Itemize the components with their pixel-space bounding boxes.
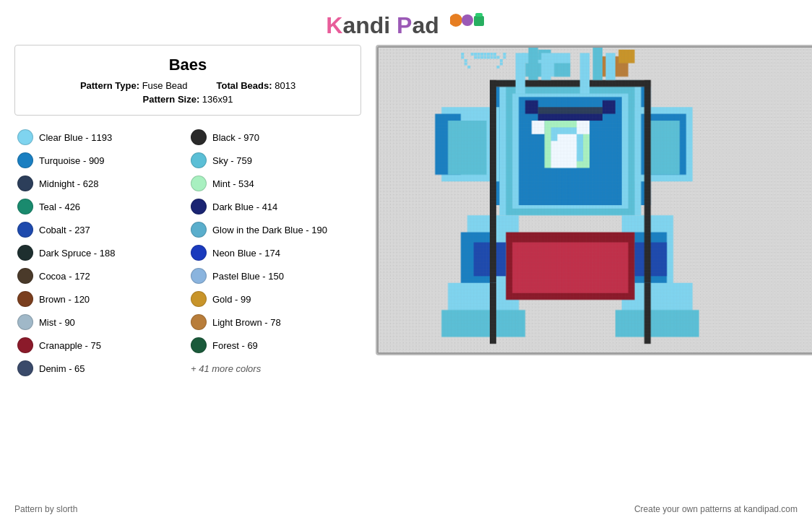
color-swatch: [17, 129, 33, 145]
more-colors: + 41 more colors: [188, 357, 361, 380]
color-swatch: [191, 199, 207, 214]
color-swatch: [17, 245, 33, 261]
main-container: Baes Pattern Type: Fuse Bead Total Beads…: [0, 45, 812, 380]
color-label: Cranapple - 75: [39, 340, 101, 351]
logo-andi: andi: [342, 12, 397, 38]
color-label: Dark Spruce - 188: [39, 248, 116, 259]
color-label: Sky - 759: [212, 155, 252, 166]
color-label: Glow in the Dark Blue - 190: [212, 225, 327, 235]
color-item: Light Brown - 78: [188, 311, 361, 334]
color-item: Turquoise - 909: [14, 149, 188, 172]
color-label: Forest - 69: [212, 340, 258, 351]
color-swatch: [17, 314, 33, 330]
color-swatch: [17, 291, 33, 307]
pattern-image-container: [376, 45, 812, 355]
logo-p: P: [397, 12, 412, 38]
footer-left: Pattern by slorth: [14, 504, 77, 514]
color-item: Neon Blue - 174: [188, 241, 361, 264]
pattern-info-box: Baes Pattern Type: Fuse Bead Total Beads…: [14, 45, 361, 116]
color-label: Mist - 90: [39, 317, 75, 328]
color-item: Clear Blue - 1193: [14, 126, 188, 149]
color-swatch: [17, 268, 33, 284]
color-label: Pastel Blue - 150: [212, 271, 284, 282]
pattern-beads: Total Beads: 8013: [217, 80, 296, 91]
color-label: Black - 970: [212, 132, 259, 143]
color-label: Midnight - 628: [39, 178, 98, 189]
color-swatch: [17, 222, 33, 238]
color-item: Brown - 120: [14, 287, 188, 311]
color-item: Dark Spruce - 188: [14, 241, 188, 264]
left-panel: Baes Pattern Type: Fuse Bead Total Beads…: [14, 45, 361, 380]
pattern-beads-label: Total Beads:: [217, 80, 272, 91]
pattern-size: Pattern Size: 136x91: [142, 94, 233, 105]
color-item: Pastel Blue - 150: [188, 264, 361, 287]
color-swatch: [17, 360, 33, 376]
color-label: Turquoise - 909: [39, 155, 105, 166]
footer: Pattern by slorth Create your own patter…: [0, 504, 812, 514]
logo-icons: [450, 7, 486, 33]
pattern-type-label: Pattern Type:: [80, 80, 139, 91]
color-swatch: [191, 245, 207, 261]
color-item: Cranapple - 75: [14, 334, 188, 357]
pattern-size-row: Pattern Size: 136x91: [30, 94, 346, 105]
color-item: Dark Blue - 414: [188, 195, 361, 218]
pattern-beads-value: 8013: [275, 80, 295, 91]
color-label: Teal - 426: [39, 202, 80, 212]
color-label: Mint - 534: [212, 178, 254, 189]
color-swatch: [191, 337, 207, 353]
pattern-type: Pattern Type: Fuse Bead: [80, 80, 188, 91]
svg-rect-2: [474, 16, 484, 26]
color-label: Cocoa - 172: [39, 271, 90, 282]
pattern-canvas: [377, 46, 812, 354]
color-swatch: [191, 314, 207, 330]
color-label: Cobalt - 237: [39, 225, 90, 235]
color-item: Black - 970: [188, 126, 361, 149]
header: Kandi Pad: [0, 0, 812, 45]
color-label: Dark Blue - 414: [212, 202, 277, 212]
color-swatch: [191, 129, 207, 145]
svg-point-0: [450, 14, 462, 27]
color-swatch: [191, 176, 207, 191]
footer-right: Create your own patterns at kandipad.com: [634, 504, 798, 514]
pattern-title: Baes: [30, 56, 346, 74]
color-item: Glow in the Dark Blue - 190: [188, 218, 361, 241]
logo-candy-svg: [450, 7, 486, 33]
pattern-meta: Pattern Type: Fuse Bead Total Beads: 801…: [30, 80, 346, 91]
color-swatch: [17, 152, 33, 168]
color-swatch: [191, 152, 207, 168]
color-grid: Clear Blue - 1193Black - 970Turquoise - …: [14, 126, 361, 380]
color-item: Cobalt - 237: [14, 218, 188, 241]
color-item: Forest - 69: [188, 334, 361, 357]
color-item: Cocoa - 172: [14, 264, 188, 287]
logo-ad: ad: [412, 12, 439, 38]
color-swatch: [17, 199, 33, 214]
color-label: Light Brown - 78: [212, 317, 281, 328]
color-label: Clear Blue - 1193: [39, 132, 112, 143]
color-label: Gold - 99: [212, 294, 251, 305]
pattern-size-label: Pattern Size:: [142, 94, 199, 105]
color-swatch: [17, 337, 33, 353]
right-panel: [376, 45, 812, 380]
color-swatch: [191, 268, 207, 284]
pattern-size-value: 136x91: [202, 94, 233, 105]
color-item: Mint - 534: [188, 172, 361, 195]
color-item: Mist - 90: [14, 311, 188, 334]
svg-rect-3: [475, 13, 483, 17]
logo: Kandi Pad: [326, 7, 485, 39]
color-swatch: [17, 176, 33, 191]
color-label: Brown - 120: [39, 294, 90, 305]
color-swatch: [191, 222, 207, 238]
pattern-type-value: Fuse Bead: [142, 80, 188, 91]
color-item: Teal - 426: [14, 195, 188, 218]
color-item: Denim - 65: [14, 357, 188, 380]
svg-point-1: [462, 14, 473, 26]
color-item: Gold - 99: [188, 287, 361, 311]
color-item: Sky - 759: [188, 149, 361, 172]
color-swatch: [191, 291, 207, 307]
color-item: Midnight - 628: [14, 172, 188, 195]
logo-k: K: [326, 12, 342, 38]
color-label: Neon Blue - 174: [212, 248, 280, 259]
color-label: Denim - 65: [39, 363, 85, 374]
